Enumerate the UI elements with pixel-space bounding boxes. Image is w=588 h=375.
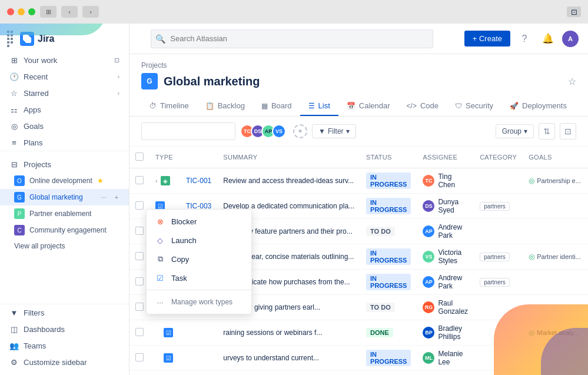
tab-backlog[interactable]: 📋 Backlog (197, 97, 253, 116)
project-icon-partner-enablement: P (14, 208, 25, 219)
filter-icon: ▼ (9, 308, 19, 317)
tab-board[interactable]: ▦ Board (253, 97, 300, 116)
view-settings-button[interactable]: ⊡ (560, 123, 576, 140)
assignee-cell: AP Andrew Park (417, 270, 474, 295)
col-summary: Summary (217, 147, 360, 168)
dropdown-item-blocker[interactable]: ⊗ Blocker (147, 212, 251, 231)
sidebar-view-all-projects[interactable]: View all projects (0, 238, 129, 254)
sidebar-item-plans[interactable]: ≡ Plans (0, 134, 129, 151)
blocker-icon: ⊗ (155, 216, 165, 227)
row-checkbox[interactable] (135, 303, 144, 311)
create-button[interactable]: + Create (464, 31, 510, 47)
assignee-name: Raul Gonzalez (438, 299, 468, 316)
timeline-icon: ⏱ (150, 102, 157, 110)
type-cell: › ◈ (150, 168, 180, 194)
goal-text: Partner identi... (537, 253, 581, 260)
sidebar-project-global-marketing[interactable]: G Global marketing ··· + (0, 189, 129, 205)
project-star-icon[interactable]: ☆ (568, 76, 576, 87)
home-icon: ⊞ (9, 55, 19, 65)
sidebar-project-partner-enablement[interactable]: P Partner enablement (0, 205, 129, 222)
project-tabs: ⏱ Timeline 📋 Backlog ▦ Board ☰ List (141, 97, 576, 116)
dropdown-divider (147, 290, 251, 290)
category-cell (474, 219, 523, 244)
status-badge: IN PROGRESS (366, 248, 411, 265)
goals-icon: ◎ (9, 121, 19, 131)
global-marketing-add-btn[interactable]: + (111, 192, 122, 203)
sidebar-item-dashboards[interactable]: ◫ Dashboards (0, 321, 129, 337)
list-search-input[interactable] (141, 122, 235, 140)
calendar-icon: 📅 (347, 102, 356, 110)
status-badge: IN PROGRESS (366, 350, 411, 366)
sidebar-item-filters[interactable]: ▼ Filters (0, 304, 129, 321)
key-cell[interactable] (180, 320, 217, 346)
type-icon: ☑ (164, 328, 173, 337)
row-checkbox[interactable] (135, 353, 144, 361)
row-checkbox[interactable] (135, 227, 144, 235)
select-all-checkbox[interactable] (135, 152, 144, 161)
assignee-avatar: TC (423, 175, 434, 187)
row-checkbox[interactable] (135, 277, 144, 286)
window-tile-btn[interactable]: ⊞ (40, 6, 57, 18)
notifications-button[interactable]: 🔔 (539, 29, 557, 48)
assignee-avatar-4[interactable]: VS (272, 124, 286, 138)
goal-icon: ◎ (529, 177, 534, 185)
user-avatar[interactable]: A (562, 31, 579, 47)
close-button[interactable] (7, 8, 14, 15)
deployments-icon: 🚀 (510, 102, 519, 110)
status-cell: IN PROGRESS (360, 244, 417, 270)
row-checkbox[interactable] (135, 328, 144, 336)
project-label-global-marketing: Global marketing (29, 193, 83, 201)
sidebar-item-apps[interactable]: ⚏ Apps (0, 101, 129, 118)
nav-forward-btn[interactable]: › (82, 6, 99, 18)
category-cell (474, 168, 523, 194)
key-cell[interactable] (180, 371, 217, 376)
dropdown-item-launch[interactable]: ◇ Launch (147, 231, 251, 250)
maximize-button[interactable] (28, 8, 35, 15)
sidebar-item-starred[interactable]: ☆ Starred › (0, 85, 129, 101)
sidebar-item-goals[interactable]: ◎ Goals (0, 118, 129, 134)
tab-code[interactable]: </> Code (398, 97, 447, 116)
tab-timeline[interactable]: ⏱ Timeline (141, 97, 197, 116)
board-icon: ▦ (261, 102, 268, 110)
row-checkbox[interactable] (135, 201, 144, 210)
sidebar-project-community-engagement[interactable]: C Community engagement (0, 222, 129, 238)
help-button[interactable]: ? (515, 29, 534, 48)
team-icon: 👥 (9, 341, 19, 350)
row-checkbox[interactable] (135, 176, 144, 184)
group-button[interactable]: Group ▾ (496, 124, 534, 138)
sidebar-item-recent[interactable]: 🕐 Recent › (0, 68, 129, 85)
share-btn[interactable]: ⊡ (567, 6, 581, 17)
tab-calendar[interactable]: 📅 Calendar (338, 97, 398, 116)
sidebar-item-your-work[interactable]: ⊞ Your work ⊡ (0, 52, 129, 68)
filter-button[interactable]: ▼ Filter ▾ (312, 124, 356, 138)
dropdown-item-copy[interactable]: ⧉ Copy (147, 250, 251, 268)
add-assignee-btn[interactable]: + (293, 124, 307, 138)
dropdown-item-manage[interactable]: ··· Manage work types (147, 293, 251, 311)
list-icon: ☰ (308, 102, 315, 110)
assignee-name: Ting Chen (438, 172, 468, 189)
view-all-label: View all projects (14, 242, 65, 250)
search-input[interactable] (151, 29, 433, 48)
table-row: › ◈ TIC-001 Review and access threaded-i… (129, 168, 588, 194)
minimize-button[interactable] (18, 8, 25, 15)
key-cell[interactable] (180, 346, 217, 371)
sidebar-item-teams[interactable]: 👥 Teams (0, 337, 129, 354)
topbar: 🔍 + Create ? 🔔 A (129, 24, 588, 54)
nav-back-btn[interactable]: ‹ (61, 6, 78, 18)
row-checkbox[interactable] (135, 252, 144, 260)
tab-security[interactable]: 🛡 Security (447, 97, 501, 116)
category-cell: partners (474, 194, 523, 219)
row-checkbox-cell (129, 371, 150, 376)
sidebar-project-online-dev[interactable]: O Online development ★ (0, 172, 129, 189)
sort-button[interactable]: ⇅ (539, 123, 555, 140)
status-cell: IN PROGRESS (360, 168, 417, 194)
tab-deployments[interactable]: 🚀 Deployments (501, 97, 575, 116)
dropdown-item-task[interactable]: ☑ Task (147, 268, 251, 287)
expand-btn[interactable]: › (155, 178, 157, 184)
global-marketing-more-btn[interactable]: ··· (98, 192, 109, 203)
assignee-filter-group: TC DS AP VS (240, 124, 286, 138)
key-cell[interactable]: TIC-001 (180, 168, 217, 194)
sidebar-item-customize[interactable]: ⚙ Customize sidebar (0, 354, 129, 370)
tab-list[interactable]: ☰ List (300, 97, 338, 116)
sidebar-projects-heading[interactable]: ⊟ Projects (0, 156, 129, 172)
